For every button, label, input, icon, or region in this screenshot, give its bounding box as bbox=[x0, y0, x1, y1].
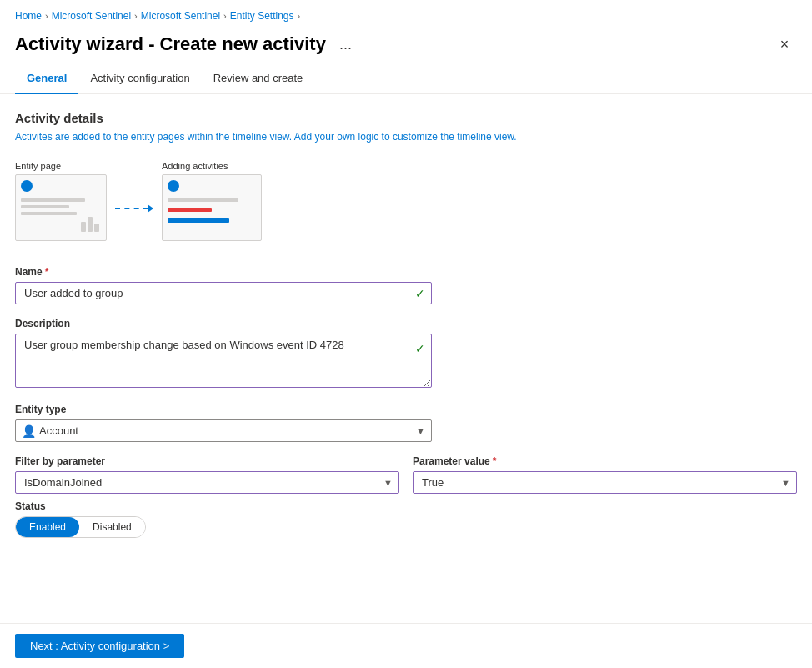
tab-activity-configuration[interactable]: Activity configuration bbox=[78, 65, 201, 94]
name-label: Name * bbox=[15, 266, 797, 278]
tab-bar: General Activity configuration Review an… bbox=[0, 65, 812, 94]
status-disabled-button[interactable]: Disabled bbox=[79, 517, 145, 537]
breadcrumb-sep-2: › bbox=[134, 11, 138, 21]
entity-type-label: Entity type bbox=[15, 404, 797, 415]
name-required: * bbox=[45, 266, 49, 278]
page-title: Activity wizard - Create new activity bbox=[15, 33, 326, 55]
name-form-group: Name * ✓ bbox=[15, 266, 797, 304]
filter-by-param-select[interactable]: IsDomainJoined bbox=[15, 471, 399, 494]
parameter-value-select[interactable]: True bbox=[413, 471, 797, 494]
breadcrumb-sentinel-1[interactable]: Microsoft Sentinel bbox=[52, 10, 131, 22]
status-toggle: Enabled Disabled bbox=[15, 516, 146, 538]
adding-activities-card bbox=[162, 174, 262, 241]
entity-page-label: Entity page bbox=[15, 161, 61, 171]
breadcrumb-entity-settings[interactable]: Entity Settings bbox=[230, 10, 294, 22]
entity-page-card bbox=[15, 174, 107, 241]
header-bar: Activity wizard - Create new activity ..… bbox=[0, 28, 812, 65]
description-label: Description bbox=[15, 318, 797, 329]
description-check-icon: ✓ bbox=[415, 342, 425, 355]
mock-bar-group bbox=[81, 217, 99, 232]
dashed-line bbox=[115, 208, 148, 209]
breadcrumb-home[interactable]: Home bbox=[15, 10, 42, 22]
mock-line-1 bbox=[21, 198, 85, 202]
tab-review-create[interactable]: Review and create bbox=[202, 65, 315, 94]
mock-bar-1 bbox=[81, 222, 86, 232]
parameter-value-col: Parameter value * True ▼ bbox=[413, 455, 797, 494]
close-button[interactable]: × bbox=[772, 32, 797, 57]
status-enabled-button[interactable]: Enabled bbox=[16, 517, 79, 537]
description-form-group: Description User group membership change… bbox=[15, 318, 797, 390]
tab-general[interactable]: General bbox=[15, 65, 78, 94]
filter-row: Filter by parameter IsDomainJoined ▼ Par… bbox=[15, 455, 797, 494]
mock-highlight bbox=[168, 218, 229, 223]
name-input[interactable] bbox=[15, 282, 432, 304]
filter-by-param-select-wrapper: IsDomainJoined ▼ bbox=[15, 471, 399, 494]
mock-person-2-icon bbox=[168, 180, 179, 192]
bottom-bar: Next : Activity configuration > bbox=[0, 623, 812, 668]
account-icon: 👤 bbox=[22, 424, 36, 438]
main-content: Activity details Activites are added to … bbox=[0, 94, 812, 654]
diagram-arrow bbox=[115, 203, 153, 215]
mock-lines bbox=[21, 198, 101, 215]
adding-activities-diagram-box: Adding activities bbox=[162, 161, 262, 241]
mock-line-2 bbox=[21, 205, 69, 208]
entity-page-diagram-box: Entity page bbox=[15, 161, 107, 241]
filter-by-param-col: Filter by parameter IsDomainJoined ▼ bbox=[15, 455, 399, 494]
status-label: Status bbox=[15, 500, 797, 512]
activity-diagram: Entity page Adding activitie bbox=[15, 161, 797, 241]
breadcrumb-sep-3: › bbox=[223, 11, 227, 21]
entity-type-select-wrapper: 👤 Account ▼ bbox=[15, 419, 432, 442]
header-left: Activity wizard - Create new activity ..… bbox=[15, 33, 357, 55]
mock-bar-2 bbox=[88, 217, 93, 232]
entity-type-select[interactable]: Account bbox=[15, 419, 432, 442]
entity-type-form-group: Entity type 👤 Account ▼ bbox=[15, 404, 797, 442]
status-form-group: Status Enabled Disabled bbox=[15, 500, 797, 538]
description-textarea[interactable]: User group membership change based on Wi… bbox=[15, 334, 432, 388]
mock-person-icon bbox=[21, 180, 33, 192]
more-options-button[interactable]: ... bbox=[334, 34, 357, 55]
param-value-required: * bbox=[493, 455, 497, 467]
mock-bar-3 bbox=[94, 224, 99, 232]
parameter-value-label: Parameter value * bbox=[413, 455, 797, 467]
breadcrumb: Home › Microsoft Sentinel › Microsoft Se… bbox=[0, 0, 812, 28]
breadcrumb-sep-4: › bbox=[298, 11, 301, 21]
mock-red-line bbox=[168, 208, 212, 212]
section-title: Activity details bbox=[15, 111, 797, 125]
name-check-icon: ✓ bbox=[415, 287, 425, 300]
adding-activities-label: Adding activities bbox=[162, 161, 228, 171]
breadcrumb-sentinel-2[interactable]: Microsoft Sentinel bbox=[141, 10, 220, 22]
mock-line2-1 bbox=[168, 198, 238, 202]
description-textarea-wrapper: User group membership change based on Wi… bbox=[15, 334, 432, 390]
mock-line-3 bbox=[21, 212, 77, 215]
arrow-head bbox=[148, 203, 153, 215]
breadcrumb-sep-1: › bbox=[45, 11, 48, 21]
section-subtitle: Activites are added to the entity pages … bbox=[15, 129, 797, 144]
filter-by-param-label: Filter by parameter bbox=[15, 455, 399, 467]
mock-lines-2 bbox=[168, 198, 256, 223]
name-input-wrapper: ✓ bbox=[15, 282, 432, 304]
parameter-value-select-wrapper: True ▼ bbox=[413, 471, 797, 494]
next-activity-config-button[interactable]: Next : Activity configuration > bbox=[15, 634, 184, 658]
